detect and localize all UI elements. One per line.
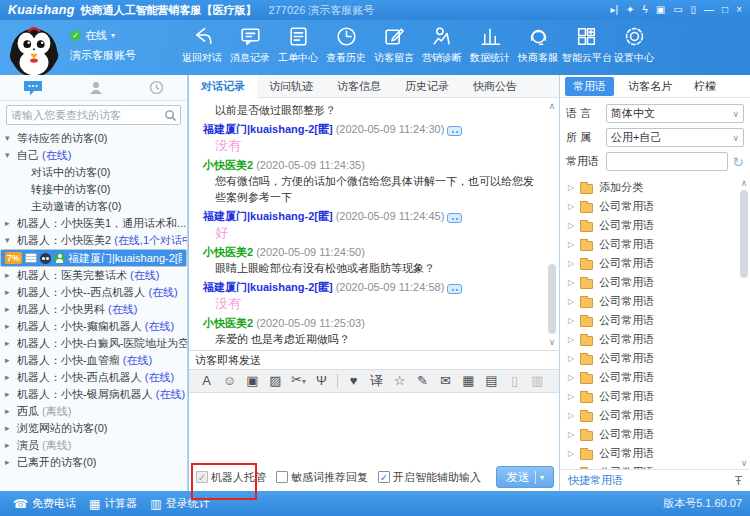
visitor-search-input[interactable] [7,106,162,123]
visitor-group-row[interactable]: ▸机器人：小快-白癜风-医院地址为空 (在线) [0,335,187,352]
phrase-folder-row[interactable]: ▷公司常用语 [560,197,750,216]
phrase-folder-row[interactable]: ▷添加分类 [560,178,750,197]
expander-icon[interactable]: ▾ [5,147,10,164]
emoji-icon[interactable]: ☺ [218,370,241,392]
mic-icon[interactable]: Ψ [310,370,333,392]
expander-icon[interactable]: ▷ [568,183,574,192]
pin-icon[interactable]: Ŧ [735,474,742,488]
translate-icon[interactable]: 译 [365,370,388,392]
checkbox-icon[interactable]: ✓ [378,471,390,483]
font-icon[interactable]: A [195,370,218,392]
visitor-group-row[interactable]: ▾自己 (在线) [0,147,187,164]
toolbar-item-2[interactable]: 消息记录 [226,24,274,65]
star-icon[interactable]: ☆ [388,370,411,392]
toolbar-item-9[interactable]: 智能云平台 [562,24,610,65]
expander-icon[interactable]: ▾ [5,130,10,147]
expander-icon[interactable]: ▸ [5,454,10,471]
phrase-folder-row[interactable]: ▷公司常用语 [560,463,750,469]
table-icon[interactable]: ▦ [457,370,480,392]
mail-icon[interactable]: ✉ [434,370,457,392]
expander-icon[interactable]: ▸ [5,386,10,403]
phrase-folder-row[interactable]: ▷公司常用语 [560,235,750,254]
image-icon[interactable]: ▨ [264,370,287,392]
checkbox-icon[interactable]: ✓ [196,471,208,483]
minimize-icon[interactable]: — [704,5,714,15]
conversation-tab-1[interactable]: 对话记录 [189,75,257,98]
boost-icon[interactable]: ϟ [642,5,647,15]
visitor-group-row[interactable]: ▾机器人：小快医美2 (在线,1个对话中) [0,232,187,249]
audio-file-icon[interactable]: ▥ [526,370,549,392]
phrases-scrollbar-thumb[interactable] [740,190,748,278]
maximize-icon[interactable]: □ [722,5,728,15]
toolbar-item-4[interactable]: 查看历史 [322,24,370,65]
phrase-folder-row[interactable]: ▷公司常用语 [560,273,750,292]
screenshot-icon[interactable]: ▣ [656,5,665,15]
scissors-icon[interactable]: ✂▾ [287,369,310,393]
expander-icon[interactable]: ▷ [568,373,574,382]
visitor-group-row[interactable]: ▸机器人：小快--西点机器人 (在线) [0,284,187,301]
visitor-group-row[interactable]: 对话中的访客(0) [0,164,187,181]
mascot-avatar[interactable] [5,22,63,78]
visitor-group-row[interactable]: ▸已离开的访客(0) [0,454,187,471]
skin-icon[interactable]: ✦ [626,5,634,15]
visitor-group-row[interactable]: 转接中的访客(0) [0,181,187,198]
panel-icon[interactable]: ▭ [673,5,682,15]
visitor-group-row[interactable]: ▾等待应答的访客(0) [0,130,187,147]
scroll-down-icon[interactable]: ∨ [546,336,558,348]
visitor-row-selected[interactable]: 7%福建厦门|kuaishang-2[匿] (1... [0,249,187,267]
phrases-tab-2[interactable]: 访客名片 [620,77,680,96]
conversation-tab-5[interactable]: 快商公告 [461,75,529,98]
screen-icon[interactable]: ▯ [691,5,697,15]
visitor-group-row[interactable]: ▸机器人：小快男科 (在线) [0,301,187,318]
phrase-folder-row[interactable]: ▷公司常用语 [560,368,750,387]
toolbar-item-5[interactable]: 访客留言 [370,24,418,65]
toolbar-item-8[interactable]: 快商客服 [514,24,562,65]
toolbar-item-7[interactable]: 数据统计 [466,24,514,65]
phrases-tab-3[interactable]: 柠檬 [686,77,724,96]
conversation-tab-4[interactable]: 历史记录 [393,75,461,98]
phrase-folder-row[interactable]: ▷公司常用语 [560,216,750,235]
select-1[interactable]: 简体中文∨ [606,104,744,123]
visitor-group-row[interactable]: ▸机器人：小快-血管瘤 (在线) [0,352,187,369]
refresh-icon[interactable]: ↻ [732,155,744,169]
expander-icon[interactable]: ▷ [568,411,574,420]
expander-icon[interactable]: ▷ [568,335,574,344]
expander-icon[interactable]: ▸ [5,284,10,301]
expander-icon[interactable]: ▸ [5,369,10,386]
checkbox-icon[interactable] [276,471,288,483]
expander-icon[interactable]: ▷ [568,449,574,458]
conversation-tab-3[interactable]: 访客信息 [325,75,393,98]
expander-icon[interactable]: ▸ [5,437,10,454]
visitor-group-row[interactable]: ▸机器人：小快医美1，通用话术和... (在线) [0,215,187,232]
expander-icon[interactable]: ▷ [568,202,574,211]
option-敏感词推荐回复[interactable]: 敏感词推荐回复 [276,470,368,485]
bottom-tool-2[interactable]: ▦计算器 [89,496,137,511]
expander-icon[interactable]: ▷ [568,316,574,325]
conversation-tab-2[interactable]: 访问轨迹 [257,75,325,98]
select-2[interactable]: 公用+自己∨ [606,128,744,147]
expander-icon[interactable]: ▸ [5,267,10,284]
phrase-search-input[interactable] [606,152,728,171]
expander-icon[interactable]: ▷ [568,221,574,230]
scroll-up-icon[interactable]: ∧ [546,100,558,112]
visitor-group-row[interactable]: ▸演员 (离线) [0,437,187,454]
expander-icon[interactable]: ▷ [568,468,574,469]
toolbar-item-1[interactable]: 返回对话 [178,24,226,65]
visitor-group-row[interactable]: ▸机器人：小快-银屑病机器人 (在线) [0,386,187,403]
scroll-down-icon[interactable]: ∨ [738,457,750,469]
expander-icon[interactable]: ▸ [5,403,10,420]
expander-icon[interactable]: ▸ [5,420,10,437]
visitor-group-row[interactable]: ▸机器人：小快-西点机器人 (在线) [0,369,187,386]
visitor-group-row[interactable]: ▸浏览网站的访客(0) [0,420,187,437]
scroll-up-icon[interactable]: ∧ [738,177,750,189]
quick-phrases-link[interactable]: 快捷常用语 [568,473,623,488]
expander-icon[interactable]: ▷ [568,354,574,363]
phrase-folder-row[interactable]: ▷公司常用语 [560,406,750,425]
expander-icon[interactable]: ▷ [568,297,574,306]
phrase-folder-row[interactable]: ▷公司常用语 [560,292,750,311]
tab-contacts[interactable] [88,80,104,96]
visitor-group-row[interactable]: ▸西瓜 (离线) [0,403,187,420]
expander-icon[interactable]: ▷ [568,278,574,287]
tab-conversations[interactable] [23,80,43,96]
tab-history[interactable] [149,80,164,95]
